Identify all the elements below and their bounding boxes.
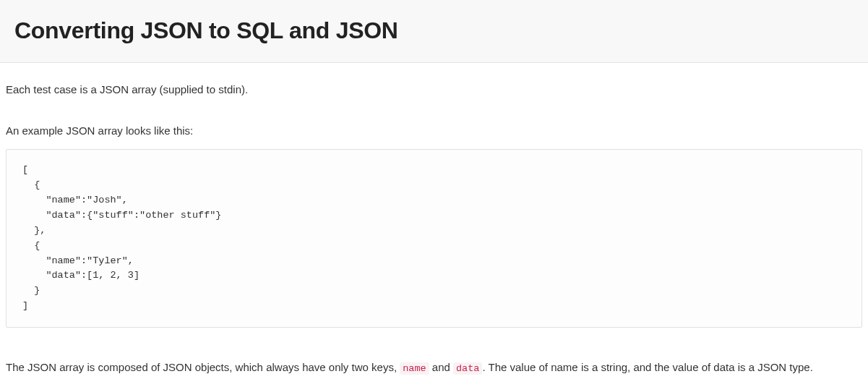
page-title: Converting JSON to SQL and JSON — [14, 13, 854, 48]
example-lead: An example JSON array looks like this: — [6, 123, 862, 140]
code-block: [ { "name":"Josh", "data":{"stuff":"othe… — [6, 149, 862, 328]
explanation-text-pre: The JSON array is composed of JSON objec… — [6, 361, 400, 373]
intro-paragraph: Each test case is a JSON array (supplied… — [6, 82, 862, 98]
inline-code-name: name — [400, 362, 429, 375]
content-region: Each test case is a JSON array (supplied… — [0, 63, 868, 387]
explanation-text-post: . The value of name is a string, and the… — [482, 361, 812, 373]
header-region: Converting JSON to SQL and JSON — [0, 0, 868, 63]
explanation-paragraph: The JSON array is composed of JSON objec… — [6, 360, 862, 376]
inline-code-data: data — [453, 362, 482, 375]
explanation-text-mid: and — [429, 361, 453, 373]
